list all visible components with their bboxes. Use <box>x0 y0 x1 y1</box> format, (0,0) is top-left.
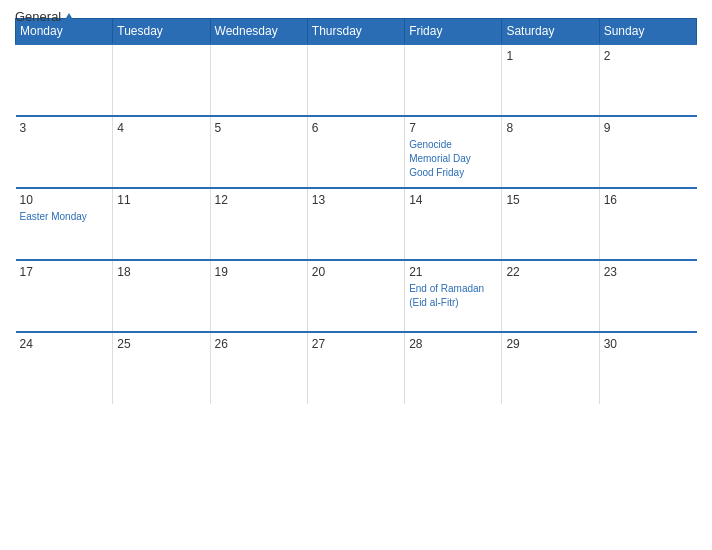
day-number: 19 <box>215 265 303 279</box>
day-number: 22 <box>506 265 594 279</box>
day-number: 23 <box>604 265 693 279</box>
day-number: 10 <box>20 193 109 207</box>
calendar-day: 25 <box>113 332 210 404</box>
calendar-day: 14 <box>405 188 502 260</box>
calendar-header-saturday: Saturday <box>502 19 599 45</box>
calendar-week-row: 34567Genocide Memorial Day Good Friday89 <box>16 116 697 188</box>
calendar-header-tuesday: Tuesday <box>113 19 210 45</box>
day-number: 29 <box>506 337 594 351</box>
calendar-day-empty <box>405 44 502 116</box>
holiday-label: End of Ramadan (Eid al-Fitr) <box>409 283 484 308</box>
day-number: 27 <box>312 337 400 351</box>
calendar-day: 29 <box>502 332 599 404</box>
calendar-day: 11 <box>113 188 210 260</box>
day-number: 26 <box>215 337 303 351</box>
calendar-day: 7Genocide Memorial Day Good Friday <box>405 116 502 188</box>
day-number: 16 <box>604 193 693 207</box>
day-number: 2 <box>604 49 693 63</box>
day-number: 3 <box>20 121 109 135</box>
day-number: 4 <box>117 121 205 135</box>
day-number: 1 <box>506 49 594 63</box>
calendar-day: 20 <box>307 260 404 332</box>
calendar-week-row: 10Easter Monday111213141516 <box>16 188 697 260</box>
day-number: 20 <box>312 265 400 279</box>
calendar-day: 18 <box>113 260 210 332</box>
calendar-header-friday: Friday <box>405 19 502 45</box>
calendar-week-row: 24252627282930 <box>16 332 697 404</box>
calendar-day: 1 <box>502 44 599 116</box>
logo: General <box>15 10 75 23</box>
calendar-day: 17 <box>16 260 113 332</box>
day-number: 12 <box>215 193 303 207</box>
day-number: 24 <box>20 337 109 351</box>
holiday-label: Genocide Memorial Day Good Friday <box>409 139 471 178</box>
calendar-day: 8 <box>502 116 599 188</box>
day-number: 13 <box>312 193 400 207</box>
day-number: 14 <box>409 193 497 207</box>
calendar-day-empty <box>210 44 307 116</box>
calendar-day-empty <box>113 44 210 116</box>
calendar-header-row: MondayTuesdayWednesdayThursdayFridaySatu… <box>16 19 697 45</box>
day-number: 11 <box>117 193 205 207</box>
calendar-table: MondayTuesdayWednesdayThursdayFridaySatu… <box>15 18 697 404</box>
calendar-day: 9 <box>599 116 696 188</box>
calendar-day: 23 <box>599 260 696 332</box>
calendar-day: 6 <box>307 116 404 188</box>
calendar-page: General MondayTuesdayWednesdayThursdayFr… <box>0 0 712 550</box>
logo-general: General <box>15 10 75 23</box>
calendar-day: 12 <box>210 188 307 260</box>
calendar-day: 2 <box>599 44 696 116</box>
holiday-label: Easter Monday <box>20 211 87 222</box>
day-number: 30 <box>604 337 693 351</box>
calendar-day: 22 <box>502 260 599 332</box>
calendar-day: 24 <box>16 332 113 404</box>
calendar-day: 21End of Ramadan (Eid al-Fitr) <box>405 260 502 332</box>
calendar-day-empty <box>16 44 113 116</box>
day-number: 28 <box>409 337 497 351</box>
logo-triangle-icon <box>63 13 75 23</box>
calendar-day: 4 <box>113 116 210 188</box>
calendar-week-row: 12 <box>16 44 697 116</box>
calendar-day: 26 <box>210 332 307 404</box>
calendar-header-wednesday: Wednesday <box>210 19 307 45</box>
calendar-day: 16 <box>599 188 696 260</box>
calendar-day: 3 <box>16 116 113 188</box>
day-number: 25 <box>117 337 205 351</box>
calendar-day: 27 <box>307 332 404 404</box>
calendar-header-sunday: Sunday <box>599 19 696 45</box>
calendar-day: 19 <box>210 260 307 332</box>
calendar-day: 13 <box>307 188 404 260</box>
day-number: 5 <box>215 121 303 135</box>
calendar-day: 10Easter Monday <box>16 188 113 260</box>
day-number: 18 <box>117 265 205 279</box>
calendar-day: 5 <box>210 116 307 188</box>
calendar-header-thursday: Thursday <box>307 19 404 45</box>
day-number: 15 <box>506 193 594 207</box>
day-number: 8 <box>506 121 594 135</box>
calendar-day: 15 <box>502 188 599 260</box>
calendar-week-row: 1718192021End of Ramadan (Eid al-Fitr)22… <box>16 260 697 332</box>
day-number: 9 <box>604 121 693 135</box>
calendar-day: 30 <box>599 332 696 404</box>
day-number: 21 <box>409 265 497 279</box>
calendar-day: 28 <box>405 332 502 404</box>
day-number: 6 <box>312 121 400 135</box>
day-number: 7 <box>409 121 497 135</box>
calendar-day-empty <box>307 44 404 116</box>
day-number: 17 <box>20 265 109 279</box>
